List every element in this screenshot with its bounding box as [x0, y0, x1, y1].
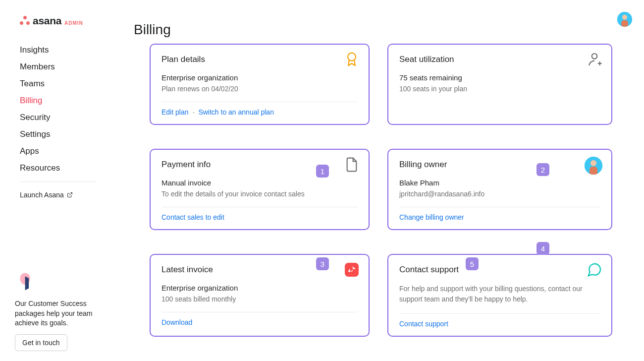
- card-title: Plan details: [161, 55, 358, 64]
- page-title: Billing: [134, 22, 171, 38]
- award-icon: [344, 52, 360, 67]
- separator: ·: [192, 108, 194, 116]
- svg-point-3: [348, 53, 356, 61]
- owner-email: jpritchard@randasana6.info: [399, 190, 600, 198]
- card-footer: Contact support: [399, 313, 600, 328]
- profile-avatar[interactable]: [617, 12, 632, 27]
- payment-info-card: Payment info Manual invoice To edit the …: [150, 149, 370, 230]
- card-footer: Edit plan · Switch to an annual plan: [161, 102, 358, 116]
- sidebar-item-settings[interactable]: Settings: [20, 126, 116, 143]
- sidebar-item-apps[interactable]: Apps: [20, 143, 116, 160]
- annotation-badge-3: 3: [316, 257, 329, 270]
- contact-support-link[interactable]: Contact support: [399, 320, 448, 328]
- invoice-seats: 100 seats billed monthly: [161, 295, 358, 303]
- annotation-badge-2: 2: [537, 163, 549, 176]
- contact-support-card: Contact support For help and support wit…: [387, 254, 612, 337]
- brand-suffix: ADMIN: [64, 20, 83, 26]
- seats-remaining: 75 seats remaining: [399, 73, 600, 82]
- sidebar-item-insights[interactable]: Insights: [20, 42, 116, 59]
- promo-box: Our Customer Success packages help your …: [15, 270, 109, 351]
- switch-annual-link[interactable]: Switch to an annual plan: [198, 108, 274, 116]
- launch-asana-link[interactable]: Launch Asana: [20, 191, 116, 199]
- billing-cards: Plan details Enterprise organization Pla…: [150, 44, 612, 337]
- sidebar-item-security[interactable]: Security: [20, 109, 116, 126]
- owner-avatar: [585, 157, 602, 175]
- sidebar-item-members[interactable]: Members: [20, 59, 116, 75]
- annotation-badge-5: 5: [466, 257, 479, 270]
- sidebar-item-resources[interactable]: Resources: [20, 160, 116, 177]
- plan-renewal: Plan renews on 04/02/20: [161, 85, 358, 93]
- svg-point-6: [590, 160, 596, 166]
- plan-details-card: Plan details Enterprise organization Pla…: [150, 44, 370, 125]
- annotation-badge-1: 1: [316, 165, 329, 178]
- svg-point-4: [592, 54, 597, 59]
- avatar-icon: [617, 12, 632, 27]
- invoice-org: Enterprise organization: [161, 284, 358, 292]
- card-title: Contact support: [399, 265, 600, 275]
- file-icon: [344, 157, 360, 173]
- brand-logo: asana ADMIN: [20, 15, 116, 27]
- sidebar-item-teams[interactable]: Teams: [20, 75, 116, 92]
- seat-utilization-card: Seat utilization 75 seats remaining 100 …: [387, 44, 612, 125]
- pdf-icon: [344, 262, 360, 278]
- chat-icon: [587, 262, 602, 278]
- svg-rect-8: [345, 263, 359, 277]
- card-footer: Download: [161, 312, 358, 326]
- plan-org: Enterprise organization: [161, 73, 358, 82]
- brand-name: asana: [33, 15, 61, 27]
- card-title: Seat utilization: [399, 55, 600, 64]
- annotation-badge-4: 4: [537, 242, 549, 255]
- svg-rect-2: [621, 20, 628, 27]
- user-add-icon: [587, 52, 602, 67]
- promo-text: Our Customer Success packages help your …: [15, 299, 109, 328]
- card-title: Billing owner: [399, 160, 600, 170]
- sidebar-item-billing[interactable]: Billing: [20, 92, 116, 109]
- divider: [20, 181, 97, 182]
- external-link-icon: [67, 192, 73, 198]
- support-desc: For help and support with your billing q…: [399, 284, 600, 304]
- promo-icon: [15, 270, 37, 292]
- sidebar: asana ADMIN Insights Members Teams Billi…: [0, 0, 116, 361]
- latest-invoice-card: Latest invoice Enterprise organization 1…: [150, 254, 370, 337]
- sidebar-nav: Insights Members Teams Billing Security …: [20, 42, 116, 199]
- billing-owner-card: Billing owner Blake Pham jpritchard@rand…: [387, 149, 612, 230]
- asana-logo-icon: [20, 16, 30, 26]
- svg-rect-7: [590, 167, 597, 175]
- invoice-method: Manual invoice: [161, 179, 358, 187]
- card-footer: Contact sales to edit: [161, 207, 358, 221]
- download-link[interactable]: Download: [161, 318, 192, 326]
- get-in-touch-button[interactable]: Get in touch: [15, 334, 67, 351]
- owner-name: Blake Pham: [399, 179, 600, 187]
- svg-point-1: [622, 15, 627, 20]
- launch-label: Launch Asana: [20, 191, 64, 199]
- contact-sales-link[interactable]: Contact sales to edit: [161, 213, 224, 221]
- card-footer: Change billing owner: [399, 207, 600, 221]
- invoice-note: To edit the details of your invoice cont…: [161, 190, 358, 198]
- change-owner-link[interactable]: Change billing owner: [399, 213, 464, 221]
- edit-plan-link[interactable]: Edit plan: [161, 108, 188, 116]
- seats-total: 100 seats in your plan: [399, 85, 600, 93]
